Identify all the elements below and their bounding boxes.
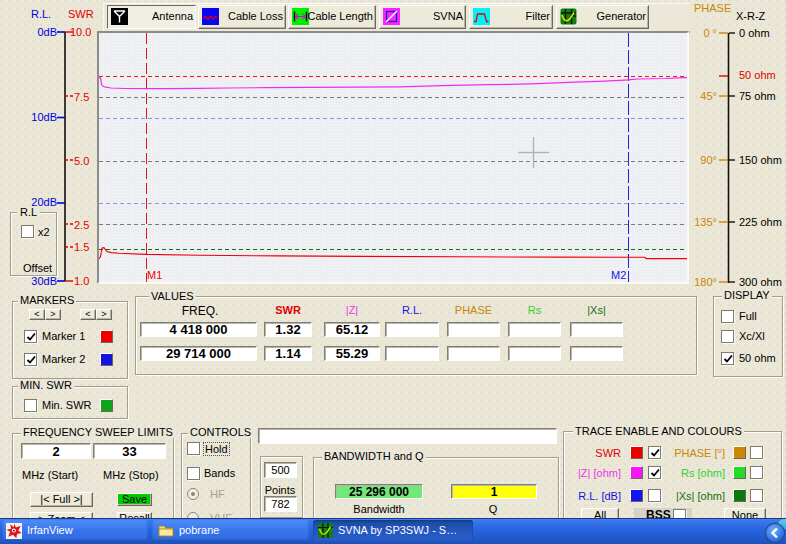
svg-text:M1: M1 bbox=[147, 269, 162, 281]
svg-text:M2: M2 bbox=[611, 269, 626, 281]
